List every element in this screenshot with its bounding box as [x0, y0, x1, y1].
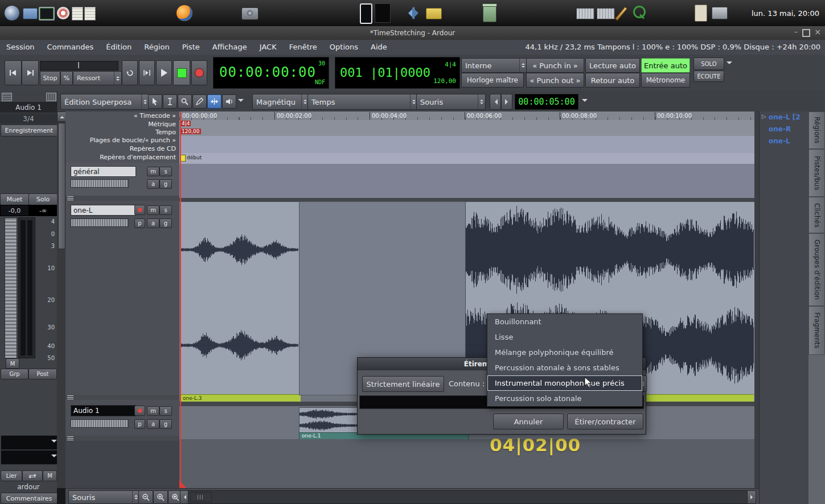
edit-prev-button[interactable]: [490, 94, 501, 110]
close-button[interactable]: ×: [814, 28, 822, 36]
bus-track-lane[interactable]: [179, 164, 754, 198]
snap-mode-combo[interactable]: Magnétiqu: [252, 94, 309, 110]
one-l-mute-button[interactable]: m: [147, 205, 159, 215]
audio1-rec-button[interactable]: [134, 406, 145, 416]
trash-icon[interactable]: [483, 5, 496, 22]
loop-button[interactable]: [122, 60, 138, 85]
bus-group-button[interactable]: g: [159, 179, 172, 189]
camera-icon[interactable]: [241, 7, 258, 20]
punch-in-button[interactable]: « Punch in »: [526, 58, 584, 73]
cancel-button[interactable]: Annuler: [493, 414, 564, 429]
apply-stretch-button[interactable]: Étirer/contracter: [567, 414, 643, 429]
gain-fader[interactable]: [5, 217, 17, 358]
magnifier-icon[interactable]: [633, 6, 646, 18]
menu-fenetre[interactable]: Fenêtre: [283, 40, 323, 55]
strip-input-selector[interactable]: [1, 450, 60, 465]
stop-button[interactable]: [173, 60, 190, 85]
menu-commandes[interactable]: Commandes: [41, 40, 100, 55]
strip-swap-button[interactable]: [22, 470, 43, 481]
playhead-handle[interactable]: [179, 480, 186, 488]
ruler-label-meter[interactable]: Métrique: [148, 121, 176, 128]
device-icon[interactable]: [360, 3, 372, 24]
expander-icon[interactable]: ▷: [762, 113, 766, 119]
ruler-cd-marks[interactable]: [179, 144, 754, 154]
edit-point-clock[interactable]: 00:00:05:00: [515, 94, 578, 110]
menu-item-monophonic-precise[interactable]: Instrumental monophonique précis: [487, 375, 642, 391]
ruler-meter[interactable]: 4|4: [179, 120, 754, 129]
menu-session[interactable]: Session: [0, 40, 41, 55]
zoom-in-button[interactable]: [153, 490, 168, 504]
tab-regions[interactable]: Régions: [808, 111, 825, 149]
ruler-timecode[interactable]: 00:00:00:00 00:00:02:00 00:00:04:00 00:0…: [179, 111, 754, 121]
bus-name-entry[interactable]: général: [71, 166, 136, 177]
screen-icon[interactable]: [375, 3, 391, 23]
spinner-icon[interactable]: [478, 94, 485, 109]
bus-mute-button[interactable]: m: [147, 167, 159, 176]
ruler-loop-punch[interactable]: [179, 136, 754, 145]
audio1-mute-button[interactable]: m: [147, 406, 159, 416]
menu-edition[interactable]: Édition: [100, 40, 138, 55]
empty-canvas-area[interactable]: [179, 439, 754, 488]
goto-end-button[interactable]: [22, 60, 39, 85]
strip-peak-display[interactable]: -∞: [28, 205, 58, 216]
strip-record-button[interactable]: Enregistrement: [1, 125, 58, 137]
shuttle-stop-button[interactable]: Stop: [40, 71, 60, 85]
auto-play-button[interactable]: Lecture auto: [585, 58, 640, 73]
tab-tracks-buses[interactable]: Pistes/bus: [808, 149, 825, 197]
menu-item-balanced[interactable]: Mélange polyphonique équilibré: [487, 345, 642, 360]
strip-track-name[interactable]: Audio 1: [0, 102, 57, 113]
vertical-scrollbar[interactable]: [57, 111, 66, 488]
ruler-tempo[interactable]: 120,00: [179, 128, 754, 137]
disc-icon[interactable]: [57, 7, 69, 19]
vscroll-thumb[interactable]: [58, 123, 65, 249]
zoom-focus-combo[interactable]: Souris: [416, 94, 486, 110]
tool-audition-button[interactable]: [222, 94, 236, 109]
play-range-button[interactable]: [139, 60, 155, 85]
tool-zoom-button[interactable]: [178, 94, 192, 109]
folder-icon[interactable]: [23, 8, 38, 19]
horizontal-scrollbar[interactable]: [188, 490, 748, 504]
bus-solo-button[interactable]: s: [159, 167, 172, 176]
strip-meterpoint-button[interactable]: Post: [28, 369, 57, 379]
window-titlebar[interactable]: *TimeStretching - Ardour – ×: [0, 26, 825, 40]
menu-jack[interactable]: JACK: [253, 40, 283, 55]
strip-meter-config[interactable]: 3/4: [0, 113, 57, 124]
snap-unit-combo[interactable]: Temps: [307, 94, 418, 110]
mixer-grid-icon[interactable]: [2, 93, 12, 101]
ruler-location[interactable]: début: [179, 153, 754, 164]
keyboard2-icon[interactable]: [597, 8, 615, 19]
ruler-label-location[interactable]: Repères d'emplacement: [100, 154, 176, 161]
ruler-label-loop-punch[interactable]: Plages de boucle/« punch »: [90, 137, 176, 144]
menu-item-unpitched-solo[interactable]: Percussion solo atonale: [487, 391, 642, 406]
menu-item-smooth[interactable]: Lisse: [487, 329, 642, 345]
tools-chevron-icon[interactable]: [238, 99, 244, 105]
track-resize-handle[interactable]: [65, 436, 179, 441]
tool-range-button[interactable]: [163, 94, 177, 109]
folder-open-icon[interactable]: [426, 8, 442, 19]
menu-region[interactable]: Région: [138, 40, 176, 55]
region-name-bar[interactable]: one-L.3: [180, 394, 301, 402]
one-l-playlist-button[interactable]: p: [134, 218, 145, 228]
strip-comments-button[interactable]: Commentaires: [1, 493, 58, 504]
clipboard-icon[interactable]: [695, 5, 707, 22]
pencil-icon[interactable]: [615, 6, 628, 20]
distro-logo-icon[interactable]: [5, 6, 19, 20]
audio1-group-button[interactable]: g: [159, 419, 172, 429]
track-resize-handle[interactable]: [65, 395, 179, 400]
strip-solo-button[interactable]: Solo: [28, 193, 58, 205]
audio1-gain-slider[interactable]: [71, 419, 129, 428]
edit-next-button[interactable]: [501, 94, 512, 110]
auto-input-button[interactable]: Entrée auto: [641, 58, 690, 73]
master-clock-button[interactable]: Horloge maître: [461, 73, 524, 88]
region-list-item[interactable]: one-L: [769, 137, 790, 145]
region-list-item[interactable]: one-R: [769, 125, 791, 133]
bus-auto-button[interactable]: a: [147, 179, 159, 189]
one-l-name-entry[interactable]: one-L: [71, 205, 136, 216]
ruler-label-timecode[interactable]: « Timecode »: [134, 112, 176, 119]
one-l-gain-slider[interactable]: [71, 218, 129, 227]
region-one-l-3[interactable]: one-L.3: [180, 201, 300, 403]
tab-chunks[interactable]: Fragments: [808, 306, 825, 355]
minimize-button[interactable]: –: [792, 28, 800, 36]
tool-grab-button[interactable]: [148, 94, 162, 109]
record-button[interactable]: [191, 60, 207, 85]
